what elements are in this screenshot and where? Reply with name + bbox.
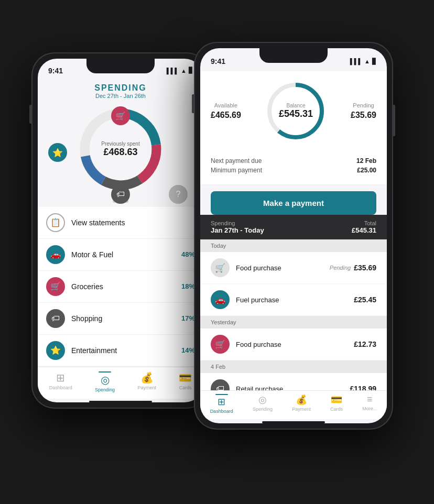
min-payment-label: Minimum payment [211, 167, 262, 174]
tag-icon: 🏷 [111, 185, 130, 204]
p2-bottom-nav: ⊞ Dashboard ◎ Spending 💰 Payment 💳 Cards [200, 390, 387, 419]
retail-icon: 🏷 [211, 379, 230, 390]
food-pending-icon: 🛒 [211, 258, 230, 277]
question-icon: ? [169, 185, 188, 204]
battery-icon-2: ▊ [372, 58, 376, 65]
menu-item-motor[interactable]: 🚗 Motor & Fuel 48% [38, 239, 203, 271]
statements-icon: 📋 [46, 213, 65, 232]
p2-nav-cards[interactable]: 💳 Cards [330, 394, 343, 414]
fuel-name: Fuel purchase [236, 296, 354, 304]
phone-2-screen: 9:41 ▌▌▌ ▲ ▊ Available £465.69 [200, 48, 387, 423]
available-value: £465.69 [211, 111, 241, 120]
star-icon: ⭐ [48, 143, 67, 162]
entertainment-pct: 14% [181, 346, 195, 354]
p2-dashboard-icon: ⊞ [218, 396, 225, 408]
p2-payment-icon: 💰 [296, 394, 307, 406]
balance-amount: £545.31 [279, 108, 313, 119]
menu-item-shopping[interactable]: 🏷 Shopping 17% [38, 303, 203, 335]
donut-area: 🛒 ⭐ 🏷 ? [38, 101, 203, 198]
groceries-icon: 🛒 [46, 277, 65, 296]
donut-amount: £468.63 [101, 147, 139, 158]
food-pending-name: Food purchase [236, 264, 330, 272]
tx-item-retail[interactable]: 🏷 Retail purchase £118.99 [200, 373, 387, 390]
groceries-pct: 18% [181, 282, 195, 290]
p2-nav-dashboard[interactable]: ⊞ Dashboard [210, 394, 233, 414]
menu-item-groceries[interactable]: 🛒 Groceries 18% [38, 271, 203, 303]
payment-icon: 💰 [140, 371, 154, 384]
nav-payment[interactable]: 💰 Payment [137, 371, 156, 392]
next-payment-row: Next payment due 12 Feb [211, 157, 376, 165]
p2-dashboard-label: Dashboard [210, 409, 233, 414]
balance-donut: Balance £545.31 [264, 80, 327, 143]
entertainment-icon: ⭐ [46, 341, 65, 360]
food-yesterday-icon: 🛒 [211, 335, 230, 354]
retail-amount: £118.99 [350, 385, 376, 390]
home-indicator-2 [262, 421, 325, 423]
pending-value: £35.69 [351, 111, 376, 120]
p1-header: SPENDING Dec 27th - Jan 26th [38, 79, 203, 101]
time-1: 9:41 [48, 67, 63, 75]
make-payment-button[interactable]: Make a payment [211, 191, 376, 215]
pending-section: Pending £35.69 [351, 102, 376, 120]
shopping-icon: 🏷 [46, 309, 65, 328]
retail-name: Retail purchase [236, 385, 350, 391]
p1-bottom-nav: ⊞ Dashboard ◎ Spending 💰 Payment 💳 [38, 367, 203, 399]
p2-nav-more[interactable]: ≡ More... [362, 394, 377, 414]
tx-header-right: Total £545.31 [352, 220, 376, 234]
spending-underline [99, 371, 111, 372]
motor-pct: 48% [181, 250, 195, 258]
total-value: £545.31 [352, 226, 376, 234]
groceries-label: Groceries [71, 282, 181, 291]
spending-label: Spending [95, 387, 115, 392]
p2-spending-label: Spending [253, 407, 273, 412]
payment-info: Next payment due 12 Feb Minimum payment … [200, 153, 387, 185]
spending-period-label: Spending [211, 220, 264, 226]
cards-label: Cards [179, 385, 192, 390]
statements-label: View statements [71, 218, 195, 227]
p1-title: SPENDING [46, 83, 195, 93]
home-indicator-1 [89, 401, 152, 402]
balance-center: Balance £545.31 [279, 103, 313, 119]
p2-more-label: More... [362, 406, 377, 411]
food-pending-amount: £35.69 [354, 264, 376, 272]
food-yesterday-name: Food purchase [236, 341, 354, 348]
tx-date-range: Jan 27th - Today [211, 226, 264, 234]
p2-nav-spending[interactable]: ◎ Spending [253, 394, 273, 414]
p2-dashboard-underline [215, 394, 228, 395]
food-yesterday-amount: £12.73 [354, 340, 376, 348]
status-icons-2: ▌▌▌ ▲ ▊ [350, 58, 376, 65]
notch-1 [86, 59, 155, 73]
tx-date-yesterday: Yesterday [200, 316, 387, 328]
time-2: 9:41 [211, 57, 225, 65]
phones-container: 9:41 ▌▌▌ ▲ ▊ SPENDING Dec 27th - Jan 26t… [0, 0, 434, 504]
tx-item-fuel[interactable]: 🚗 Fuel purchase £25.45 [200, 284, 387, 316]
available-section: Available £465.69 [211, 102, 241, 120]
tx-date-today: Today [200, 239, 387, 252]
spending-icon: ◎ [101, 374, 110, 386]
menu-section: 📋 View statements 🚗 Motor & Fuel 48% 🛒 G… [38, 207, 203, 367]
menu-item-entertainment[interactable]: ⭐ Entertainment 14% [38, 335, 203, 367]
min-payment-value: £25.00 [357, 167, 376, 174]
shopping-pct: 17% [181, 314, 195, 322]
phone-1-screen: 9:41 ▌▌▌ ▲ ▊ SPENDING Dec 27th - Jan 26t… [38, 59, 203, 402]
wifi-icon-2: ▲ [364, 58, 370, 64]
tx-list: Today 🛒 Food purchase Pending £35.69 🚗 F… [200, 239, 387, 390]
tx-header-left: Spending Jan 27th - Today [211, 220, 264, 234]
menu-item-statements[interactable]: 📋 View statements [38, 207, 203, 239]
donut-label: Previously spent [101, 141, 139, 147]
available-label: Available [211, 102, 241, 108]
nav-cards[interactable]: 💳 Cards [179, 371, 192, 392]
next-due-label: Next payment due [211, 157, 262, 165]
p2-nav-payment[interactable]: 💰 Payment [292, 394, 311, 414]
tx-item-food-yesterday[interactable]: 🛒 Food purchase £12.73 [200, 328, 387, 360]
nav-spending[interactable]: ◎ Spending [95, 371, 115, 392]
fuel-icon: 🚗 [211, 290, 230, 309]
nav-dashboard[interactable]: ⊞ Dashboard [49, 371, 72, 392]
tx-item-food-pending[interactable]: 🛒 Food purchase Pending £35.69 [200, 252, 387, 284]
cards-icon: 💳 [179, 371, 192, 384]
p2-spending-icon: ◎ [258, 394, 267, 406]
notch-2 [259, 48, 328, 63]
phone-1: 9:41 ▌▌▌ ▲ ▊ SPENDING Dec 27th - Jan 26t… [31, 52, 210, 409]
p2-more-icon: ≡ [367, 394, 373, 405]
battery-icon-1: ▊ [189, 67, 193, 74]
